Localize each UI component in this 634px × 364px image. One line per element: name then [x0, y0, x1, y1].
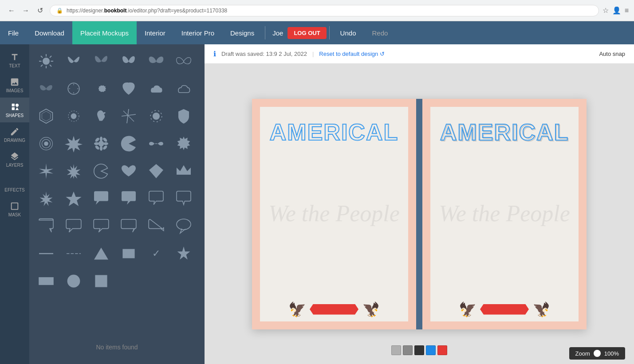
shape-circle[interactable] — [60, 268, 87, 294]
shape-heart[interactable] — [115, 158, 142, 184]
shape-spike[interactable] — [33, 158, 59, 184]
interior-pro-button[interactable]: Interior Pro — [173, 21, 222, 44]
shape-starburst3[interactable] — [33, 185, 59, 212]
sidebar-item-text[interactable]: TEXT — [0, 48, 29, 73]
reset-link[interactable]: Reset to default design ↺ — [319, 51, 385, 57]
back-button[interactable]: ← — [5, 4, 18, 17]
canvas-area[interactable]: We the People AMERICAl AMERICAl 🦅 🦅 — [205, 64, 634, 364]
redo-button[interactable]: Redo — [364, 21, 396, 44]
swatch-3[interactable] — [414, 345, 424, 355]
svg-point-12 — [71, 114, 77, 119]
shape-line1[interactable] — [33, 240, 59, 267]
shape-bubble-outline1[interactable] — [60, 213, 87, 239]
shape-star[interactable] — [170, 240, 197, 267]
shape-crown[interactable] — [170, 158, 197, 184]
sidebar-item-effects[interactable]: EFFECTS — [0, 172, 29, 197]
shape-butterfly6[interactable] — [33, 75, 59, 102]
sidebar-item-shapes[interactable]: SHAPES — [0, 98, 29, 122]
shape-rectangle[interactable] — [115, 240, 142, 267]
logout-button[interactable]: LOG OUT — [287, 27, 326, 39]
shape-bubble4[interactable] — [170, 185, 197, 212]
shape-cloud2[interactable] — [170, 75, 197, 102]
designs-button[interactable]: Designs — [222, 21, 262, 44]
swatch-5[interactable] — [437, 345, 447, 355]
book-page-left[interactable]: We the People AMERICAl AMERICAl 🦅 🦅 — [252, 99, 416, 329]
file-button[interactable]: File — [0, 21, 27, 44]
shape-starburst2[interactable] — [60, 158, 87, 184]
shape-hexagon[interactable] — [33, 103, 59, 129]
shape-sunflower[interactable] — [88, 130, 114, 157]
toolbar-divider: | — [312, 51, 314, 57]
shape-checkmark[interactable]: ✓ — [143, 240, 169, 267]
undo-button[interactable]: Undo — [332, 21, 364, 44]
svg-line-16 — [123, 111, 134, 121]
favorite-icon[interactable]: ☆ — [602, 6, 609, 15]
shape-butterfly3[interactable] — [115, 48, 142, 74]
eagle-left-icon2: 🦅 — [459, 301, 476, 318]
shapes-grid: ✓ — [29, 44, 205, 298]
shape-sunburst[interactable] — [60, 103, 87, 129]
shape-iris[interactable] — [33, 130, 59, 157]
interior-button[interactable]: Interior — [137, 21, 173, 44]
profile-icon[interactable]: 👤 — [612, 6, 621, 15]
zoom-slider[interactable] — [594, 350, 601, 357]
shape-bubble3[interactable] — [143, 185, 169, 212]
sidebar-item-effects-label: EFFECTS — [4, 188, 25, 192]
shape-sparks[interactable] — [115, 103, 142, 129]
shape-sun[interactable] — [33, 48, 59, 74]
zoom-value: 100% — [604, 350, 619, 357]
forward-button[interactable]: → — [20, 4, 32, 17]
sidebar-item-images[interactable]: IMAGES — [0, 73, 29, 98]
swatch-2[interactable] — [403, 345, 413, 355]
draft-info: Draft was saved: 13:9 2 Jul, 2022 — [221, 51, 307, 57]
swatch-4[interactable] — [426, 345, 436, 355]
svg-marker-37 — [40, 192, 53, 206]
shape-bubble1[interactable] — [88, 185, 114, 212]
shape-wreath[interactable] — [60, 75, 87, 102]
shape-pacman[interactable] — [115, 130, 142, 157]
placeit-mockups-button[interactable]: Placeit Mockups — [72, 21, 137, 44]
shape-bubble-round[interactable] — [170, 213, 197, 239]
menu-icon[interactable]: ≡ — [625, 7, 629, 15]
shape-mustache[interactable] — [143, 130, 169, 157]
book-page-right[interactable]: We the People AMERICAl AMERICAl 🦅 🦅 — [422, 99, 587, 329]
shape-pacman2[interactable] — [88, 158, 114, 184]
shape-butterfly2[interactable] — [88, 48, 114, 74]
download-button[interactable]: Download — [27, 21, 72, 44]
shape-starburst[interactable] — [60, 130, 87, 157]
shape-line2[interactable] — [60, 240, 87, 267]
shape-star-of-david[interactable] — [60, 185, 87, 212]
eagle-left-icon: 🦅 — [288, 301, 306, 318]
shape-gear[interactable] — [88, 75, 114, 102]
reload-button[interactable]: ↺ — [34, 4, 46, 17]
svg-point-26 — [100, 146, 102, 151]
shape-triangle[interactable] — [88, 240, 114, 267]
shape-shield[interactable] — [170, 103, 197, 129]
sidebar-item-mask[interactable]: MASK — [0, 197, 29, 222]
shape-square[interactable] — [88, 268, 114, 294]
swatch-1[interactable] — [391, 345, 401, 355]
sidebar-item-layers[interactable]: LAYERS — [0, 147, 29, 172]
shape-bubble-outline2[interactable] — [88, 213, 114, 239]
shape-badge[interactable] — [170, 130, 197, 157]
address-bar[interactable]: 🔒 https://designer.bookbolt.io/editor.ph… — [50, 5, 599, 16]
shape-butterfly1[interactable] — [60, 48, 87, 74]
svg-rect-47 — [95, 275, 107, 287]
shape-horse[interactable] — [88, 103, 114, 129]
shape-cloud1[interactable] — [143, 75, 169, 102]
svg-rect-45 — [39, 277, 54, 285]
shape-bubble-outline3[interactable] — [115, 213, 142, 239]
shape-rectangle2[interactable] — [33, 268, 59, 294]
no-items-label: No items found — [29, 344, 205, 351]
shape-bubble2[interactable] — [115, 185, 142, 212]
shape-butterfly5[interactable] — [170, 48, 197, 74]
sidebar-item-drawing[interactable]: DRAWING — [0, 122, 29, 147]
eagle-right-icon: 🦅 — [362, 301, 380, 318]
shape-bubble-outline4[interactable] — [143, 213, 169, 239]
svg-marker-34 — [67, 164, 80, 179]
shape-leaf[interactable] — [115, 75, 142, 102]
shape-diamond[interactable] — [143, 158, 169, 184]
shape-bubble5[interactable] — [33, 213, 59, 239]
shape-butterfly4[interactable] — [143, 48, 169, 74]
shape-sun2[interactable] — [143, 103, 169, 129]
